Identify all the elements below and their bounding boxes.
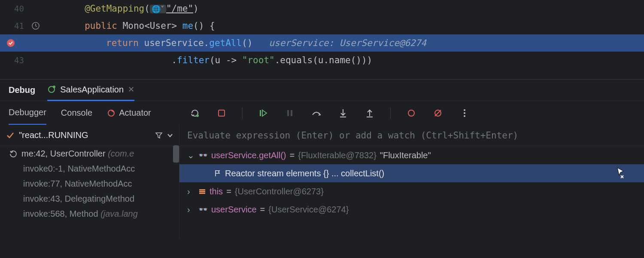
svg-rect-6	[219, 110, 225, 116]
close-icon[interactable]: ✕	[128, 85, 134, 94]
frame-label: invoke:568, Method	[23, 209, 100, 218]
actuator-tab[interactable]: Actuator	[107, 101, 151, 125]
console-tab[interactable]: Console	[61, 101, 92, 125]
divider	[242, 108, 243, 119]
pause-button[interactable]	[284, 107, 296, 119]
thread-status: "react...RUNNING	[19, 130, 88, 140]
code-line[interactable]: 41 public Mono<User> me() {	[0, 17, 644, 34]
variable-string: "FluxIterable"	[380, 150, 431, 160]
stack-frame[interactable]: invoke:568, Method (java.lang	[0, 206, 179, 221]
svg-point-1	[7, 39, 15, 47]
code-text: public Mono<User> me() {	[41, 21, 215, 31]
svg-rect-7	[260, 110, 261, 116]
code-line[interactable]: 43 .filter(u -> "root".equals(u.name()))	[0, 52, 644, 69]
svg-point-3	[53, 86, 55, 88]
evaluate-input[interactable]: Evaluate expression (Enter) or add a wat…	[179, 125, 644, 146]
variables-panel: Evaluate expression (Enter) or add a wat…	[179, 125, 644, 239]
debug-panel: "react...RUNNING me:42, UserController (…	[0, 125, 644, 239]
frame-label: invoke:43, DelegatingMethod	[23, 194, 134, 203]
variable-row[interactable]: Reactor stream elements {} ... collectLi…	[179, 164, 644, 182]
svg-point-16	[464, 112, 465, 114]
line-number: 41	[0, 21, 30, 31]
svg-point-17	[464, 115, 465, 117]
debugger-toolbar: Debugger Console Actuator	[0, 101, 644, 125]
watch-icon: 👓	[198, 150, 208, 160]
variable-row[interactable]: › this = {UserController@6273}	[179, 182, 644, 200]
scrollbar-thumb[interactable]	[173, 145, 179, 163]
filter-icon[interactable]	[155, 132, 163, 139]
more-button[interactable]	[459, 107, 471, 119]
variable-name: userService.getAll()	[211, 150, 286, 160]
variable-row[interactable]: ⌄ 👓 userService.getAll() = {FluxIterable…	[179, 146, 644, 164]
check-icon	[6, 131, 15, 140]
flag-icon	[214, 169, 222, 177]
code-text: @GetMapping(🌐˅"/me")	[41, 3, 199, 14]
rerun-button[interactable]	[189, 107, 201, 119]
actuator-icon	[107, 109, 115, 117]
frame-label: invoke0:-1, NativeMethodAcc	[23, 164, 135, 173]
stack-frame[interactable]: invoke:43, DelegatingMethod	[0, 191, 179, 206]
step-into-button[interactable]	[337, 107, 349, 119]
code-editor: 40 @GetMapping(🌐˅"/me") 41 public Mono<U…	[0, 0, 644, 79]
placeholder-text: Evaluate expression (Enter) or add a wat…	[187, 130, 518, 141]
svg-rect-19	[199, 191, 205, 192]
frame-label: me:42, UserController	[21, 149, 108, 158]
chevron-down-icon[interactable]	[167, 132, 173, 138]
thread-selector[interactable]: "react...RUNNING	[0, 125, 179, 146]
recursive-call-icon[interactable]	[30, 22, 41, 30]
svg-point-12	[408, 110, 414, 116]
resume-button[interactable]	[257, 107, 269, 119]
view-breakpoints-button[interactable]	[405, 107, 417, 119]
stack-frame[interactable]: invoke0:-1, NativeMethodAcc	[0, 161, 179, 176]
tab-label: Actuator	[119, 108, 151, 118]
svg-point-4	[108, 110, 114, 116]
tab-label: Debugger	[9, 108, 46, 117]
chevron-down-icon[interactable]: ⌄	[187, 150, 195, 160]
chevron-right-icon[interactable]: ›	[187, 205, 195, 215]
divider	[390, 108, 391, 119]
svg-rect-8	[287, 110, 289, 116]
debug-tab[interactable]: Debug	[9, 80, 35, 101]
variable-value: {UserController@6273}	[235, 187, 324, 197]
tab-label: Debug	[9, 85, 35, 95]
field-icon	[198, 187, 206, 195]
variable-text: Reactor stream elements {} ... collectLi…	[225, 169, 384, 178]
run-icon	[47, 85, 56, 94]
variable-value: {UserService@6274}	[268, 205, 349, 215]
code-text: return userService.getAll() userService:…	[30, 38, 426, 48]
svg-point-15	[464, 109, 465, 111]
breakpoint-icon[interactable]	[5, 38, 16, 48]
drop-frame-icon[interactable]	[9, 150, 17, 158]
equals: =	[290, 150, 295, 160]
variable-name: userService	[211, 205, 257, 215]
frames-panel: "react...RUNNING me:42, UserController (…	[0, 125, 179, 239]
variable-row[interactable]: › 👓 userService = {UserService@6274}	[179, 200, 644, 218]
svg-rect-9	[291, 110, 292, 116]
watch-icon: 👓	[198, 205, 208, 214]
step-over-button[interactable]	[310, 107, 322, 119]
code-text: .filter(u -> "root".equals(u.name()))	[41, 55, 372, 65]
svg-point-5	[196, 114, 199, 117]
code-line[interactable]: 40 @GetMapping(🌐˅"/me")	[0, 0, 644, 17]
code-line-breakpoint[interactable]: return userService.getAll() userService:…	[0, 34, 644, 52]
tab-label: SalesApplication	[60, 85, 124, 95]
line-number: 43	[0, 55, 30, 65]
variable-name: this	[210, 187, 223, 197]
tab-label: Console	[61, 108, 92, 118]
run-config-tab[interactable]: SalesApplication ✕	[47, 80, 134, 101]
stack-frame[interactable]: me:42, UserController (com.e	[0, 146, 179, 161]
svg-rect-10	[340, 117, 346, 117]
frames-list: me:42, UserController (com.e invoke0:-1,…	[0, 146, 179, 221]
svg-rect-18	[199, 189, 205, 190]
tool-window-tabs: Debug SalesApplication ✕	[0, 79, 644, 101]
equals: =	[260, 205, 265, 215]
debugger-tab[interactable]: Debugger	[9, 101, 46, 125]
line-number: 40	[0, 4, 30, 13]
step-out-button[interactable]	[364, 107, 376, 119]
stack-frame[interactable]: invoke:77, NativeMethodAcc	[0, 176, 179, 191]
frame-label: invoke:77, NativeMethodAcc	[23, 179, 132, 188]
chevron-right-icon[interactable]: ›	[187, 187, 195, 197]
mute-breakpoints-button[interactable]	[432, 107, 444, 119]
svg-rect-11	[367, 117, 373, 117]
stop-button[interactable]	[216, 107, 228, 119]
